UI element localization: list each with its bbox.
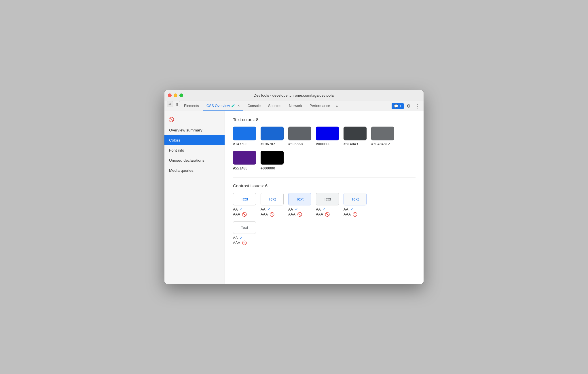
contrast-labels: AA ✓ AAA 🚫 (316, 207, 330, 217)
minimize-button[interactable] (174, 94, 177, 97)
contrast-aa-row: AA ✓ (316, 207, 330, 211)
color-hex: #000000 (261, 166, 275, 170)
color-item-1a73e8: #1A73E8 (233, 127, 256, 146)
color-grid: #1A73E8 #1967D2 #5F6368 #0000EE #3C4043 (233, 127, 416, 170)
contrast-item-1: Text AA ✓ AAA 🚫 (261, 193, 284, 217)
tab-elements[interactable]: Elements (181, 101, 202, 111)
more-tabs-button[interactable]: » (334, 101, 340, 111)
window-title: DevTools - developer.chrome.com/tags/dev… (254, 93, 334, 98)
check-icon: ✓ (350, 207, 353, 211)
color-swatch[interactable] (344, 127, 367, 140)
beaker-icon: 🧪 (231, 104, 235, 108)
tab-close-icon[interactable]: ✕ (237, 104, 240, 107)
close-button[interactable] (168, 94, 172, 97)
sidebar: 🚫 Overview summary Colors Font info Unus… (164, 111, 225, 284)
contrast-preview-box[interactable]: Text (344, 193, 367, 205)
color-swatch[interactable] (233, 151, 256, 165)
tab-performance[interactable]: Performance (306, 101, 334, 111)
contrast-labels: AA ✓ AAA 🚫 (233, 207, 247, 217)
contrast-grid-row1: Text AA ✓ AAA 🚫 (233, 193, 416, 217)
chat-button[interactable]: 💬 1 (392, 103, 404, 109)
contrast-aa-row: AA ✓ (233, 236, 247, 240)
no-entry-icon: 🚫 (242, 241, 247, 245)
contrast-preview-box[interactable]: Text (316, 193, 339, 205)
color-item-3c4043: #3C4043 (344, 127, 367, 146)
color-item-5f6368: #5F6368 (288, 127, 311, 146)
color-item-0000ee: #0000EE (316, 127, 339, 146)
text-colors-header: Text colors: 8 (233, 117, 416, 122)
contrast-preview-box[interactable]: Text (233, 193, 256, 205)
color-item-1967d2: #1967D2 (261, 127, 284, 146)
devtools-window: DevTools - developer.chrome.com/tags/dev… (164, 90, 424, 284)
check-icon: ✓ (240, 236, 243, 240)
contrast-preview-box[interactable]: Text (288, 193, 311, 205)
contrast-item-4: Text AA ✓ AAA 🚫 (344, 193, 367, 217)
fullscreen-button[interactable] (179, 94, 183, 97)
color-hex: #0000EE (316, 142, 331, 146)
color-swatch[interactable] (233, 127, 256, 140)
tab-actions: 💬 1 ⚙ ⋮ (392, 101, 421, 111)
devtools-body: 🚫 Overview summary Colors Font info Unus… (164, 111, 424, 284)
contrast-preview-box[interactable]: Text (233, 221, 256, 234)
contrast-aaa-row: AAA 🚫 (344, 212, 357, 217)
sidebar-item-colors[interactable]: Colors (164, 135, 225, 145)
tab-console[interactable]: Console (244, 101, 264, 111)
contrast-aaa-row: AAA 🚫 (233, 212, 247, 217)
check-icon: ✓ (240, 207, 243, 211)
check-icon: ✓ (323, 207, 326, 211)
traffic-lights (168, 94, 183, 97)
sidebar-item-overview-summary[interactable]: Overview summary (164, 125, 225, 135)
color-swatch[interactable] (371, 127, 394, 140)
contrast-aa-row: AA ✓ (344, 207, 357, 211)
color-hex: #1967D2 (261, 142, 275, 146)
contrast-preview-box[interactable]: Text (261, 193, 284, 205)
section-divider (233, 177, 416, 178)
no-entry-icon: 🚫 (167, 115, 175, 123)
color-swatch[interactable] (261, 151, 284, 165)
contrast-text: Text (296, 197, 304, 201)
contrast-aaa-row: AAA 🚫 (233, 241, 247, 245)
no-entry-icon: 🚫 (325, 212, 330, 217)
check-icon: ✓ (295, 207, 298, 211)
chat-icon: 💬 (394, 104, 398, 108)
contrast-item-3: Text AA ✓ AAA 🚫 (316, 193, 339, 217)
color-hex: #3C4043C2 (371, 142, 390, 146)
contrast-aa-row: AA ✓ (261, 207, 274, 211)
contrast-text: Text (324, 197, 331, 201)
contrast-labels: AA ✓ AAA 🚫 (344, 207, 357, 217)
titlebar: DevTools - developer.chrome.com/tags/dev… (164, 90, 424, 101)
color-item-000000: #000000 (261, 151, 284, 170)
no-entry-icon: 🚫 (270, 212, 274, 217)
sidebar-item-font-info[interactable]: Font info (164, 145, 225, 155)
contrast-item-2: Text AA ✓ AAA 🚫 (288, 193, 311, 217)
contrast-item-5: Text AA ✓ AAA 🚫 (233, 221, 256, 245)
contrast-aa-row: AA ✓ (233, 207, 247, 211)
color-item-551a8b: #551A8B (233, 151, 256, 170)
color-hex: #551A8B (233, 166, 248, 170)
tabbar: ↵ ▯ Elements CSS Overview 🧪 ✕ Console So… (164, 101, 424, 111)
device-emulation-icon[interactable]: ▯ (174, 101, 180, 107)
contrast-text: Text (351, 197, 359, 201)
color-hex: #3C4043 (344, 142, 358, 146)
check-icon: ✓ (267, 207, 270, 211)
tab-sources[interactable]: Sources (265, 101, 285, 111)
sidebar-item-media-queries[interactable]: Media queries (164, 165, 225, 175)
contrast-labels: AA ✓ AAA 🚫 (233, 236, 247, 245)
contrast-aaa-row: AAA 🚫 (261, 212, 274, 217)
color-swatch[interactable] (261, 127, 284, 140)
contrast-grid-row2: Text AA ✓ AAA 🚫 (233, 221, 416, 245)
cursor-tool-icon[interactable]: ↵ (167, 101, 173, 107)
color-swatch[interactable] (316, 127, 339, 140)
contrast-labels: AA ✓ AAA 🚫 (261, 207, 274, 217)
more-options-button[interactable]: ⋮ (414, 102, 421, 110)
tab-network[interactable]: Network (285, 101, 306, 111)
sidebar-item-unused-declarations[interactable]: Unused declarations (164, 155, 225, 165)
tab-css-overview[interactable]: CSS Overview 🧪 ✕ (203, 101, 243, 111)
contrast-aaa-row: AAA 🚫 (316, 212, 330, 217)
color-item-3c4043c2: #3C4043C2 (371, 127, 394, 146)
no-entry-icon: 🚫 (242, 212, 247, 217)
contrast-text: Text (241, 197, 248, 201)
color-swatch[interactable] (288, 127, 311, 140)
contrast-issues-header: Contrast issues: 6 (233, 183, 416, 188)
settings-button[interactable]: ⚙ (405, 103, 412, 109)
